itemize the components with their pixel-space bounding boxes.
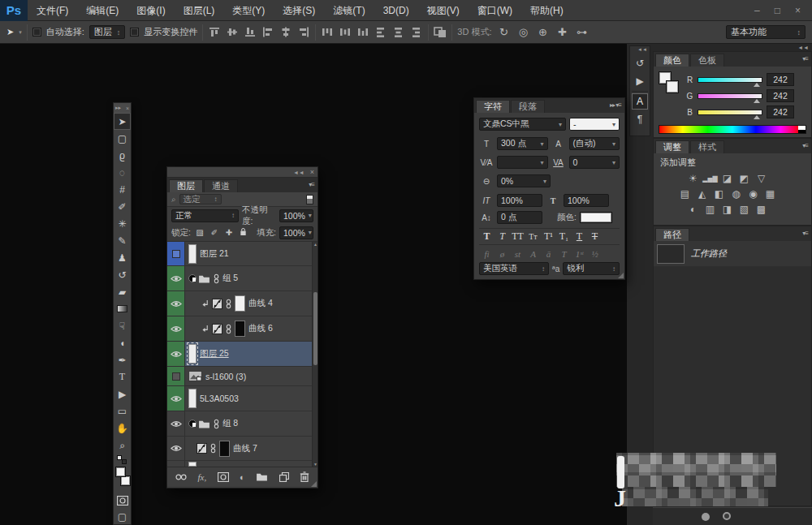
eyedropper-tool[interactable]: ✐ bbox=[114, 198, 131, 215]
contextual-alternates-button[interactable]: ø bbox=[495, 247, 510, 260]
leading-field[interactable]: (自动)▾ bbox=[569, 137, 620, 150]
dot-indicator-filled[interactable] bbox=[702, 513, 710, 521]
menu-filter[interactable]: 滤镜(T) bbox=[324, 0, 374, 21]
add-mask-icon[interactable] bbox=[218, 472, 229, 482]
restore-button[interactable]: □ bbox=[775, 5, 780, 16]
titling-alternates-button[interactable]: T bbox=[556, 247, 572, 260]
adjustment-layer-row[interactable]: 曲线 4 bbox=[167, 291, 317, 316]
layer-row[interactable]: 图层 21 bbox=[167, 242, 317, 266]
language-dropdown[interactable]: 美国英语↕ bbox=[479, 262, 549, 275]
history-panel-icon[interactable]: ↺ bbox=[632, 55, 648, 71]
tab-swatches[interactable]: 色板 bbox=[690, 54, 724, 67]
smudge-tool[interactable]: ☟ bbox=[114, 317, 131, 334]
opacity-field[interactable]: 100%▾ bbox=[279, 209, 313, 222]
faux-italic-button[interactable]: T bbox=[495, 230, 510, 243]
tool-preset-caret-icon[interactable]: ▾ bbox=[19, 29, 22, 36]
layer-row-selected[interactable]: 图层 25 bbox=[167, 342, 317, 367]
align-right-edges-icon[interactable] bbox=[297, 26, 310, 38]
visibility-toggle[interactable] bbox=[167, 266, 185, 290]
panel-menu-icon[interactable]: ▾≡ bbox=[802, 55, 808, 62]
text-color-swatch[interactable] bbox=[580, 212, 612, 223]
ligatures-button[interactable]: fi bbox=[479, 247, 495, 260]
photo-filter-icon[interactable]: ◍ bbox=[729, 187, 743, 200]
3d-roll-icon[interactable]: ◎ bbox=[516, 26, 530, 38]
red-value[interactable]: 242 bbox=[767, 73, 794, 86]
dot-indicator-ring[interactable] bbox=[723, 512, 731, 520]
gradient-map-icon[interactable]: ▩ bbox=[754, 203, 768, 216]
layer-row[interactable]: 5L3A0503 bbox=[167, 386, 317, 411]
group-row[interactable]: ▼ 组 8 bbox=[167, 411, 317, 437]
distribute-horizontal-centers-icon[interactable] bbox=[392, 26, 405, 38]
menu-help[interactable]: 帮助(H) bbox=[521, 0, 572, 21]
layers-titlebar[interactable]: ◄◄ × bbox=[167, 167, 317, 178]
character-panel-icon[interactable]: A bbox=[632, 93, 648, 110]
small-caps-button[interactable]: Tᴛ bbox=[525, 230, 541, 243]
black-white-icon[interactable]: ◧ bbox=[712, 187, 726, 200]
strikethrough-button[interactable]: T bbox=[587, 230, 603, 243]
new-layer-icon[interactable] bbox=[279, 472, 289, 482]
layer-style-icon[interactable]: fx, bbox=[197, 472, 206, 482]
lasso-tool[interactable]: ϱ bbox=[114, 147, 131, 164]
path-selection-tool[interactable]: ▶ bbox=[114, 385, 131, 402]
blue-slider[interactable] bbox=[698, 110, 762, 115]
tab-paragraph[interactable]: 段落 bbox=[511, 100, 545, 113]
lock-position-icon[interactable]: ✚ bbox=[223, 228, 235, 237]
anti-alias-dropdown[interactable]: 锐利↕ bbox=[563, 262, 620, 275]
quick-mask-icon[interactable] bbox=[114, 493, 131, 509]
color-balance-icon[interactable]: ◭ bbox=[695, 187, 709, 200]
color-lookup-icon[interactable]: ▦ bbox=[763, 187, 777, 200]
layer-row-partial[interactable] bbox=[167, 461, 317, 467]
tab-styles[interactable]: 样式 bbox=[690, 140, 724, 153]
layer-mask-thumbnail[interactable] bbox=[219, 441, 230, 457]
all-caps-button[interactable]: TT bbox=[510, 230, 525, 243]
crop-tool[interactable]: # bbox=[114, 181, 131, 198]
work-path-row[interactable]: 工作路径 bbox=[654, 241, 811, 267]
close-panel-icon[interactable]: × bbox=[310, 168, 314, 176]
vibrance-icon[interactable]: ▽ bbox=[754, 172, 768, 185]
kerning-field[interactable]: ▾ bbox=[497, 156, 548, 169]
menu-layer[interactable]: 图层(L) bbox=[175, 0, 224, 21]
invert-icon[interactable]: ◐ bbox=[686, 203, 700, 216]
visibility-toggle[interactable] bbox=[167, 316, 185, 341]
paragraph-panel-icon[interactable]: ¶ bbox=[632, 111, 648, 127]
panel-menu-icon[interactable]: ▾≡ bbox=[802, 142, 808, 149]
discretionary-ligatures-button[interactable]: st bbox=[510, 247, 525, 260]
curves-icon[interactable]: ◪ bbox=[720, 172, 734, 185]
group-mask-thumbnail[interactable] bbox=[188, 274, 197, 282]
tab-paths[interactable]: 路径 bbox=[655, 228, 689, 241]
align-horizontal-centers-icon[interactable] bbox=[279, 26, 292, 38]
ordinals-button[interactable]: 1ˢᵗ bbox=[572, 247, 587, 260]
color-spectrum-ramp[interactable] bbox=[659, 125, 806, 134]
swap-colors-icon[interactable] bbox=[114, 454, 131, 465]
panel-menu-icon[interactable]: ▾≡ bbox=[802, 230, 808, 237]
levels-icon[interactable]: ▂▅▇ bbox=[703, 172, 717, 185]
layer-filter-toggle[interactable] bbox=[306, 195, 313, 204]
faux-bold-button[interactable]: T bbox=[479, 230, 495, 243]
rectangular-marquee-tool[interactable]: ▢ bbox=[114, 130, 131, 147]
spot-healing-brush-tool[interactable]: ✳ bbox=[114, 215, 131, 232]
vertical-scale-field[interactable]: 100% bbox=[497, 194, 542, 207]
green-value[interactable]: 242 bbox=[767, 89, 794, 102]
actions-panel-icon[interactable]: ▶ bbox=[632, 73, 648, 89]
stylistic-alternates-button[interactable]: ā bbox=[541, 247, 556, 260]
layers-scrollbar[interactable]: ▲ ▼ bbox=[312, 242, 317, 467]
visibility-toggle[interactable] bbox=[167, 242, 185, 265]
resize-grip[interactable] bbox=[311, 481, 317, 487]
menu-window[interactable]: 窗口(W) bbox=[469, 0, 521, 21]
brush-tool[interactable]: ✎ bbox=[114, 232, 131, 249]
expand-toolbar-icon[interactable]: ▸▸ bbox=[115, 105, 121, 111]
tracking-field[interactable]: 0▾ bbox=[569, 156, 620, 169]
menu-file[interactable]: 文件(F) bbox=[28, 0, 77, 21]
minimize-button[interactable]: – bbox=[754, 5, 760, 16]
layer-filter-dropdown[interactable]: 选定↕ bbox=[179, 194, 222, 204]
delete-layer-icon[interactable] bbox=[300, 471, 309, 482]
auto-select-dropdown[interactable]: 图层↕ bbox=[89, 25, 126, 39]
move-tool-icon[interactable]: ➤ bbox=[6, 27, 14, 37]
close-toolbar-icon[interactable]: × bbox=[126, 105, 129, 111]
menu-edit[interactable]: 编辑(E) bbox=[77, 0, 127, 21]
hue-saturation-icon[interactable]: ▤ bbox=[678, 187, 692, 200]
foreground-background-swatches[interactable] bbox=[659, 71, 683, 97]
lock-transparency-icon[interactable]: ▨ bbox=[194, 228, 205, 237]
align-vertical-centers-icon[interactable] bbox=[226, 26, 239, 38]
menu-select[interactable]: 选择(S) bbox=[274, 0, 324, 21]
